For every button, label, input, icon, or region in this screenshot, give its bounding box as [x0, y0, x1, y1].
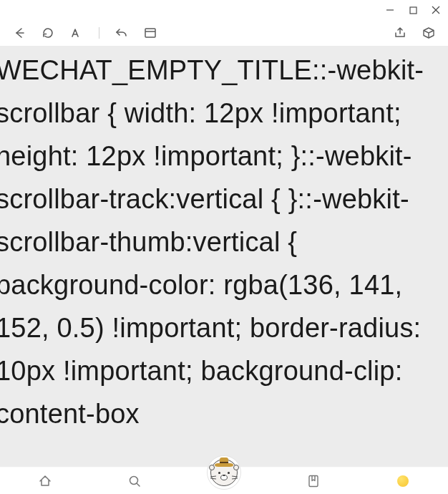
emoji-icon [397, 475, 409, 487]
article-body-text: WECHAT_EMPTY_TITLE::-webkit-scrollbar { … [0, 49, 448, 435]
svg-rect-1 [410, 7, 417, 14]
search-icon [127, 474, 142, 488]
nav-emoji-button[interactable] [359, 475, 448, 487]
undo-button[interactable] [115, 26, 128, 39]
toolbar-right-group [394, 26, 435, 39]
svg-line-8 [137, 483, 140, 486]
center-avatar-button[interactable] [207, 455, 241, 490]
window-layout-button[interactable] [144, 26, 157, 39]
svg-rect-5 [145, 29, 155, 37]
nav-bookmark-button[interactable] [269, 474, 359, 488]
nav-home-button[interactable] [0, 474, 89, 488]
top-toolbar [0, 20, 448, 46]
toolbar-separator [99, 27, 99, 39]
font-size-button[interactable] [70, 26, 83, 39]
nav-search-button[interactable] [89, 474, 179, 488]
bookmark-icon [306, 474, 321, 488]
cat-avatar-icon [210, 459, 238, 486]
share-button[interactable] [394, 26, 406, 39]
package-button[interactable] [422, 26, 435, 39]
window-titlebar [0, 0, 448, 20]
toolbar-left-group [13, 26, 157, 39]
home-icon [38, 474, 52, 488]
window-close-button[interactable] [431, 5, 441, 15]
refresh-button[interactable] [42, 26, 54, 39]
window-maximize-button[interactable] [408, 5, 418, 15]
window-minimize-button[interactable] [385, 5, 395, 15]
content-area: WECHAT_EMPTY_TITLE::-webkit-scrollbar { … [0, 46, 448, 467]
svg-rect-9 [309, 475, 318, 486]
back-button[interactable] [13, 26, 26, 39]
